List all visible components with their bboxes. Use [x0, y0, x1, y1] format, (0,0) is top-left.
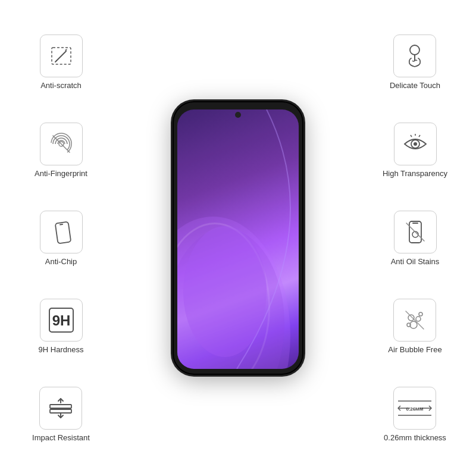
feature-9h-hardness: 9H 9H Hardness: [39, 299, 84, 354]
svg-line-3: [55, 61, 57, 62]
svg-point-29: [410, 321, 417, 328]
fingerprint-icon: [47, 130, 76, 158]
9h-icon: 9H: [47, 306, 76, 334]
thickness-icon-box: 0.26MM: [393, 387, 436, 430]
oil-icon: [401, 218, 430, 246]
anti-fingerprint-icon-box: [40, 123, 83, 165]
bubble-icon: [400, 306, 429, 334]
feature-impact-resistant: Impact Resistant: [32, 387, 90, 442]
svg-point-27: [408, 315, 414, 321]
delicate-touch-icon-box: [393, 35, 436, 77]
9h-label: 9H Hardness: [39, 345, 84, 354]
feature-air-bubble: Air Bubble Free: [388, 299, 441, 354]
svg-rect-11: [50, 409, 71, 413]
anti-oil-icon-box: [394, 211, 437, 253]
feature-anti-scratch: Anti-scratch: [40, 35, 83, 90]
air-bubble-label: Air Bubble Free: [388, 345, 441, 354]
page-container: Anti-scratch Anti-Fingerprint: [0, 0, 476, 476]
touch-icon: [400, 42, 429, 70]
anti-chip-label: Anti-Chip: [45, 257, 77, 266]
svg-line-22: [419, 135, 420, 137]
svg-marker-2: [65, 49, 67, 51]
features-right: Delicate Touch High Transparency: [360, 0, 470, 476]
feature-anti-oil: Anti Oil Stains: [391, 211, 440, 266]
phone-wrapper: [173, 101, 303, 375]
high-transparency-label: High Transparency: [383, 169, 447, 178]
impact-icon: [46, 394, 75, 422]
feature-thickness: 0.26MM 0.26mm thickness: [384, 387, 446, 442]
svg-point-16: [410, 45, 419, 55]
9h-icon-box: 9H: [40, 299, 83, 342]
eye-icon: [401, 130, 430, 158]
svg-line-21: [411, 135, 412, 137]
features-left: Anti-scratch Anti-Fingerprint: [6, 0, 116, 476]
scratch-icon: [48, 43, 74, 69]
svg-rect-24: [412, 223, 418, 224]
feature-anti-chip: Anti-Chip: [40, 211, 83, 266]
svg-rect-10: [50, 405, 71, 408]
svg-point-19: [414, 142, 417, 146]
phone-notch: [235, 112, 241, 118]
screen-decoration: [177, 109, 299, 369]
feature-high-transparency: High Transparency: [383, 123, 447, 178]
feature-anti-fingerprint: Anti-Fingerprint: [35, 123, 87, 178]
svg-text:0.26MM: 0.26MM: [406, 406, 424, 412]
phone: [173, 101, 303, 375]
svg-point-28: [416, 317, 421, 321]
svg-line-1: [57, 51, 66, 61]
anti-oil-label: Anti Oil Stains: [391, 257, 440, 266]
air-bubble-icon-box: [393, 299, 436, 342]
delicate-touch-label: Delicate Touch: [390, 81, 440, 90]
anti-fingerprint-label: Anti-Fingerprint: [35, 169, 87, 178]
high-transparency-icon-box: [394, 123, 437, 165]
svg-rect-6: [55, 221, 71, 243]
anti-scratch-icon-box: [40, 35, 83, 77]
svg-point-31: [419, 312, 422, 316]
chip-icon: [48, 219, 74, 245]
feature-delicate-touch: Delicate Touch: [390, 35, 440, 90]
thickness-icon: 0.26MM: [393, 393, 436, 424]
anti-scratch-label: Anti-scratch: [40, 81, 82, 90]
svg-rect-7: [59, 223, 62, 225]
thickness-label: 0.26mm thickness: [384, 433, 446, 442]
svg-text:9H: 9H: [52, 312, 70, 328]
phone-screen: [177, 109, 299, 369]
impact-icon-box: [39, 387, 82, 430]
svg-point-15: [177, 228, 284, 369]
impact-resistant-label: Impact Resistant: [32, 433, 90, 442]
anti-chip-icon-box: [40, 211, 83, 253]
